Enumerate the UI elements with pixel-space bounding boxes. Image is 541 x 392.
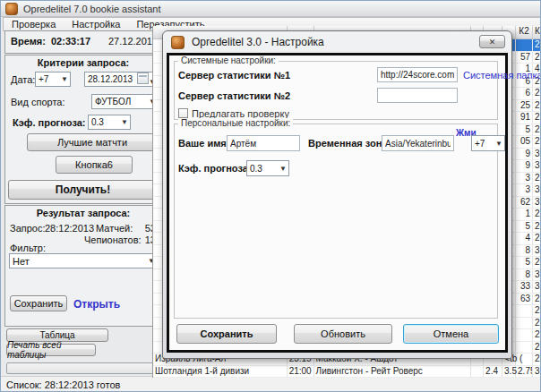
cell-time: 21:00 — [288, 366, 314, 378]
tz-offset-select[interactable]: +7 ▼ — [471, 135, 505, 151]
query-label: Запрос: — [10, 223, 46, 234]
result-group: Результат запроса: Запрос: 28:12:2013 Ма… — [4, 205, 162, 327]
dialog-title: Opredelitel 3.0 - Настройка — [192, 36, 324, 48]
cell-k2: 5 — [516, 124, 533, 136]
main-title: Opredelitel 7.0 bookie assistant — [23, 4, 160, 14]
sport-select[interactable]: ФУТБОЛ ▼ — [91, 94, 159, 109]
timezone-label: Временная зона: — [308, 138, 391, 149]
cell-k2: 25 — [516, 100, 533, 112]
system-folder-link[interactable]: Системная папка — [463, 70, 541, 81]
get-button[interactable]: Получить! — [8, 180, 158, 200]
cell-k3: 2. — [533, 342, 541, 354]
cell-k3: 2. — [533, 124, 541, 136]
cell-k2: 1 — [516, 209, 533, 220]
cell-k2: 9 — [516, 149, 533, 160]
verify-checkbox[interactable] — [178, 108, 188, 118]
criteria-group: Критерии запроса: Дата: +7 ▼ 28.12.2013 … — [4, 55, 162, 204]
system-group-label: Системные настройки: — [178, 55, 279, 65]
menu-item[interactable]: Проверка — [4, 19, 64, 30]
cell-k3: 2. — [533, 52, 541, 64]
column-header-k2[interactable]: К2 — [516, 26, 533, 38]
dialog-icon — [171, 36, 185, 49]
cell-k3: 3. — [533, 366, 541, 378]
cell-k2: 5 — [516, 257, 533, 268]
championships-label: Чепионатов: — [84, 234, 142, 245]
cell-k2: 3 — [516, 173, 533, 184]
calendar-icon — [137, 72, 149, 84]
dialog-titlebar[interactable]: Opredelitel 3.0 - Настройка — [163, 31, 511, 53]
cell-k2: 63 — [516, 294, 533, 305]
personal-group-label: Персональные настройки: — [178, 118, 293, 128]
filter-select[interactable]: Нет ▼ — [9, 253, 158, 268]
cell-k3: 2. — [533, 318, 541, 329]
cell-k3: 3. — [533, 269, 541, 281]
name-label: Ваше имя: — [178, 138, 229, 149]
app-icon — [5, 3, 18, 15]
cell-k3: 3. — [533, 245, 541, 257]
cell-k2 — [516, 342, 533, 354]
close-icon: ✕ — [489, 38, 496, 47]
cell-k3: 2. — [533, 39, 541, 51]
close-button[interactable]: ✕ — [479, 35, 505, 48]
cell-k3: 2. — [533, 88, 541, 99]
cell-k2 — [516, 354, 533, 365]
cell-odds1: 2.4 — [484, 366, 502, 378]
chevron-down-icon: ▼ — [279, 165, 288, 173]
cell-k3: 3. — [533, 149, 541, 160]
cell-k3: 2. — [533, 329, 541, 341]
cell-k3: 2. — [533, 257, 541, 268]
cell-k2: 2.75 — [516, 366, 533, 378]
dialog-refresh-button[interactable]: Обновить — [294, 324, 392, 344]
cell-k3: 2. — [533, 233, 541, 244]
dialog-coef-select[interactable]: 0.3 ▼ — [246, 160, 289, 176]
server2-input[interactable] — [377, 88, 458, 103]
personal-settings-group: Персональные настройки: Ваше имя: Времен… — [174, 124, 498, 319]
name-input[interactable] — [227, 135, 300, 151]
cell-k3: 3. — [533, 281, 541, 293]
timezone-input[interactable] — [382, 135, 454, 151]
cell-k3: 3. — [533, 160, 541, 172]
result-header: Результат запроса: — [5, 206, 161, 218]
cell-k3: 3. — [533, 197, 541, 209]
cell-k3: 2. — [533, 305, 541, 317]
save-result-button[interactable]: Сохранить — [10, 295, 67, 311]
column-header-k3[interactable]: К3 — [533, 26, 541, 38]
cell-k2 — [516, 318, 533, 329]
cell-k2: 05 — [516, 136, 533, 148]
server1-label: Сервер статистики №1 — [178, 70, 290, 81]
system-settings-group: Системные настройки: Сервер статистики №… — [174, 61, 498, 120]
settings-dialog: Opredelitel 3.0 - Настройка ✕ Системные … — [162, 30, 512, 359]
cell-k2 — [516, 39, 533, 51]
table-row[interactable]: Шотландия 1-й дивизи 21:00 Ливингстон - … — [153, 366, 541, 379]
time-label: Время: — [11, 36, 46, 47]
dialog-cancel-button[interactable]: Отмена — [403, 324, 499, 344]
sport-label: Вид спорта: — [11, 97, 65, 107]
menu-item[interactable]: Настройка — [64, 19, 128, 30]
print-table-button[interactable]: Печать всей таблицы — [6, 344, 96, 356]
status-text: Список: 28:12:2013 готов — [6, 379, 120, 390]
open-link[interactable]: Открыть — [73, 298, 120, 311]
cell-league: Шотландия 1-й дивизи — [153, 366, 288, 378]
status-bar: Список: 28:12:2013 готов — [1, 376, 541, 392]
cell-k3: 3. — [533, 184, 541, 196]
cell-k3: 2. — [533, 209, 541, 220]
server1-input[interactable] — [377, 67, 458, 82]
cell-k2: 4 — [516, 233, 533, 244]
dialog-save-button[interactable]: Сохранить — [176, 324, 277, 344]
date-offset-select[interactable]: +7 ▼ — [35, 72, 71, 87]
cell-k3: 2. — [533, 354, 541, 365]
cell-k2: 8 — [516, 269, 533, 281]
main-titlebar: Opredelitel 7.0 bookie assistant — [1, 1, 541, 17]
best-matches-button[interactable]: Лучшие матчти — [27, 133, 158, 151]
cell-k3: 2. — [533, 221, 541, 233]
cell-k2: 8 — [516, 245, 533, 257]
button6[interactable]: Кнопка6 — [56, 156, 133, 174]
app-screen: Opredelitel 7.0 bookie assistant Проверк… — [0, 0, 541, 392]
date-picker[interactable]: 28.12.2013 ▼ — [84, 72, 159, 87]
coef-select[interactable]: 0.3 ▼ — [88, 115, 131, 130]
cell-k3: 2. — [533, 100, 541, 112]
cell-k2: 9 — [516, 160, 533, 172]
cell-k2: 6 — [516, 88, 533, 99]
chevron-down-icon: ▼ — [121, 118, 130, 126]
cell-k2: 33 — [516, 281, 533, 293]
